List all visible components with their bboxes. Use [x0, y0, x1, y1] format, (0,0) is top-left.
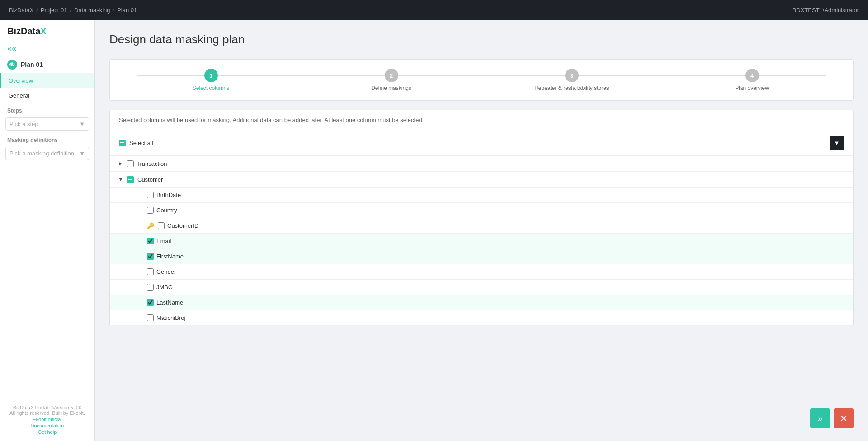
sidebar-masking-select[interactable]: Pick a masking definition ▼	[5, 147, 89, 160]
expand-transaction-icon[interactable]: ►	[117, 160, 124, 167]
tree-header: Select all ▼	[110, 130, 853, 156]
plan-name: Plan 01	[21, 61, 43, 68]
panel-info-text: Selected columns will be used for maskin…	[110, 110, 853, 130]
tree-row-customer[interactable]: ▼ Customer	[110, 172, 853, 188]
column-selection-panel: Selected columns will be used for maskin…	[109, 110, 854, 326]
label-firstname: FirstName	[156, 253, 184, 260]
checkbox-firstname[interactable]	[147, 253, 154, 260]
top-navigation: BizDataX / Project 01 / Data masking / P…	[0, 0, 868, 20]
action-bar: » ✕	[810, 408, 854, 428]
step-3: 3 Repeater & restartability stores	[481, 69, 662, 91]
label-birthdate: BirthDate	[156, 192, 181, 198]
breadcrumb: BizDataX / Project 01 / Data masking / P…	[9, 7, 137, 14]
page-title: Design data masking plan	[109, 33, 854, 47]
checkbox-email[interactable]	[147, 238, 154, 244]
sidebar-section-steps: Steps	[0, 103, 94, 116]
masking-placeholder: Pick a masking definition	[9, 150, 74, 157]
label-country: Country	[156, 207, 177, 214]
label-transaction: Transaction	[137, 160, 167, 167]
tree-row-country[interactable]: Country	[110, 203, 853, 218]
label-email: Email	[156, 238, 171, 244]
sidebar-back-button[interactable]: ««	[0, 41, 94, 56]
sidebar-item-general[interactable]: General	[0, 88, 94, 103]
tree-row-birthdate[interactable]: BirthDate	[110, 188, 853, 203]
checkbox-maticnibroj[interactable]	[147, 314, 154, 321]
select-all-checkbox[interactable]	[119, 140, 126, 146]
next-button[interactable]: »	[810, 408, 830, 428]
breadcrumb-bizdatax[interactable]: BizDataX	[9, 7, 33, 14]
logo-text: BizDataX	[7, 26, 47, 37]
sidebar-footer: BizDataX Portal - Version 5.0.0 All righ…	[0, 399, 94, 441]
footer-link-docs[interactable]: Documentation	[7, 423, 87, 428]
tree-row-email[interactable]: Email	[110, 234, 853, 249]
sidebar-plan: 👁 Plan 01	[0, 56, 94, 73]
footer-link-help[interactable]: Get help	[7, 429, 87, 435]
step-3-circle: 3	[565, 69, 579, 82]
breadcrumb-sep-2: /	[70, 7, 71, 14]
sidebar-steps-select[interactable]: Pick a step ▼	[5, 117, 89, 131]
step-4-label: Plan overview	[735, 85, 769, 91]
step-4: 4 Plan overview	[662, 69, 842, 91]
label-maticnibroj: MaticniBroj	[156, 314, 185, 321]
tree-container: ► Transaction ▼ Customer BirthDate	[110, 156, 853, 326]
tree-row-customerid[interactable]: 🔑 CustomerID	[110, 218, 853, 234]
close-button[interactable]: ✕	[834, 408, 854, 428]
step-4-circle: 4	[745, 69, 759, 82]
checkbox-customer[interactable]	[127, 176, 134, 183]
label-lastname: LastName	[156, 299, 183, 306]
tree-row-jmbg[interactable]: JMBG	[110, 280, 853, 295]
checkbox-customerid[interactable]	[158, 222, 165, 229]
step-2: 2 Define maskings	[301, 69, 481, 91]
breadcrumb-plan: Plan 01	[117, 7, 137, 14]
sidebar: BizDataX «« 👁 Plan 01 Overview General S…	[0, 20, 95, 441]
step-3-label: Repeater & restartability stores	[534, 85, 609, 91]
select-all-label: Select all	[129, 140, 826, 146]
footer-rights: All rights reserved. Built by Ekobit.	[7, 410, 87, 416]
checkbox-country[interactable]	[147, 207, 154, 214]
label-customerid: CustomerID	[167, 222, 198, 229]
step-1-label: Select columns	[193, 85, 229, 91]
plan-icon: 👁	[7, 60, 17, 70]
label-gender: Gender	[156, 268, 176, 275]
user-label: BDXTEST1\Administrator	[793, 7, 859, 14]
tree-row-transaction[interactable]: ► Transaction	[110, 156, 853, 172]
expand-customer-icon[interactable]: ▼	[117, 176, 124, 183]
breadcrumb-project[interactable]: Project 01	[41, 7, 67, 14]
checkbox-lastname[interactable]	[147, 299, 154, 306]
tree-row-lastname[interactable]: LastName	[110, 295, 853, 310]
masking-chevron-icon: ▼	[79, 150, 85, 157]
checkbox-jmbg[interactable]	[147, 284, 154, 291]
sidebar-section-masking: Masking definitions	[0, 132, 94, 145]
steps-placeholder: Pick a step	[9, 121, 38, 127]
step-1-circle: 1	[204, 69, 218, 82]
checkbox-birthdate[interactable]	[147, 192, 154, 198]
tree-row-maticnibroj[interactable]: MaticniBroj	[110, 310, 853, 326]
footer-link-ekobit[interactable]: Ekobit official	[7, 417, 87, 422]
filter-button[interactable]: ▼	[830, 136, 844, 150]
breadcrumb-sep-1: /	[36, 7, 38, 14]
label-jmbg: JMBG	[156, 284, 173, 291]
step-2-label: Define maskings	[371, 85, 411, 91]
steps-chevron-icon: ▼	[79, 121, 85, 127]
footer-version: BizDataX Portal - Version 5.0.0	[7, 405, 87, 410]
main-content: Design data masking plan 1 Select column…	[95, 20, 868, 441]
sidebar-logo: BizDataX	[0, 20, 94, 41]
tree-row-firstname[interactable]: FirstName	[110, 249, 853, 264]
checkbox-gender[interactable]	[147, 268, 154, 275]
tree-row-gender[interactable]: Gender	[110, 264, 853, 280]
checkbox-transaction[interactable]	[127, 160, 134, 167]
label-customer: Customer	[137, 176, 163, 183]
key-icon: 🔑	[147, 222, 154, 229]
step-2-circle: 2	[385, 69, 398, 82]
breadcrumb-sep-3: /	[113, 7, 114, 14]
breadcrumb-masking[interactable]: Data masking	[74, 7, 110, 14]
sidebar-item-overview[interactable]: Overview	[0, 73, 94, 88]
step-1: 1 Select columns	[121, 69, 301, 91]
stepper: 1 Select columns 2 Define maskings 3 Rep…	[109, 59, 854, 101]
